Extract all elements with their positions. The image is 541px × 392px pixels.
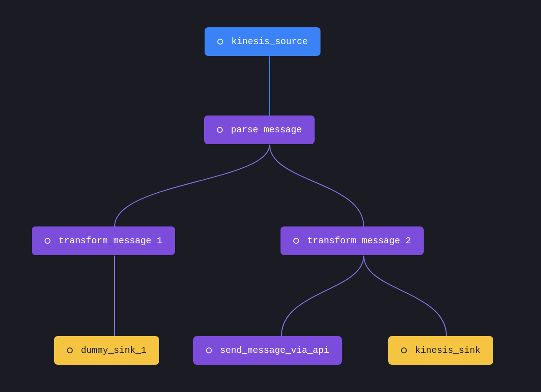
edge-parse-to-transform1 xyxy=(115,145,270,226)
status-icon xyxy=(217,127,223,133)
node-kinesis-sink[interactable]: kinesis_sink xyxy=(388,336,493,365)
node-label: transform_message_1 xyxy=(59,236,162,246)
node-label: dummy_sink_1 xyxy=(81,345,146,356)
node-transform-message-1[interactable]: transform_message_1 xyxy=(32,226,175,255)
node-kinesis-source[interactable]: kinesis_source xyxy=(205,27,321,56)
status-icon xyxy=(206,347,212,353)
status-icon xyxy=(217,39,223,45)
edge-layer xyxy=(0,0,541,392)
flow-canvas: kinesis_source parse_message transform_m… xyxy=(0,0,541,392)
edge-parse-to-transform2 xyxy=(270,145,364,226)
node-parse-message[interactable]: parse_message xyxy=(204,116,315,144)
node-label: kinesis_sink xyxy=(415,345,481,356)
node-label: kinesis_source xyxy=(231,36,308,47)
status-icon xyxy=(45,238,50,244)
node-transform-message-2[interactable]: transform_message_2 xyxy=(281,226,424,255)
status-icon xyxy=(293,238,299,244)
edge-transform2-to-sendapi xyxy=(281,256,364,336)
edge-transform2-to-kinesissink xyxy=(364,256,446,336)
node-label: send_message_via_api xyxy=(220,345,329,356)
node-label: parse_message xyxy=(231,125,302,135)
node-send-message-via-api[interactable]: send_message_via_api xyxy=(193,336,342,365)
node-dummy-sink-1[interactable]: dummy_sink_1 xyxy=(54,336,159,365)
status-icon xyxy=(401,347,407,353)
node-label: transform_message_2 xyxy=(307,236,411,246)
status-icon xyxy=(67,347,73,353)
